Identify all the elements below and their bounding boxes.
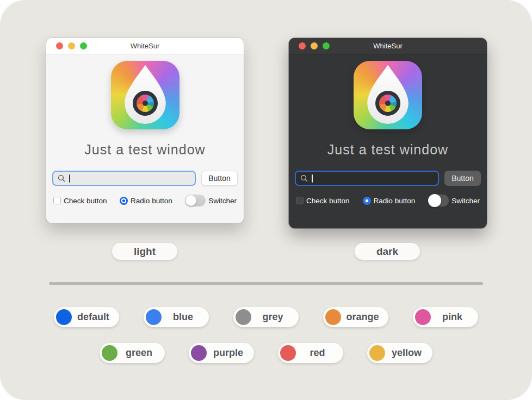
swatch-grey[interactable]: grey (233, 307, 299, 327)
checkbox-label: Check button (64, 197, 107, 205)
window-title: WhiteSur (289, 42, 487, 50)
window-light: WhiteSur Just a test window (46, 38, 244, 223)
swatch-label: blue (166, 311, 200, 323)
color-dot (191, 345, 207, 361)
window-title: WhiteSur (46, 42, 244, 50)
search-icon (300, 174, 308, 182)
caption-dark: dark (355, 243, 420, 260)
theme-preview-canvas: WhiteSur Just a test window (0, 0, 532, 400)
divider (49, 282, 483, 285)
color-dot (102, 345, 117, 361)
window-body-dark: Just a test window Button Check button (289, 54, 487, 207)
switch-control: Switcher (428, 195, 480, 207)
text-cursor (312, 174, 313, 183)
swatch-orange[interactable]: orange (323, 307, 388, 327)
radio-label: Radio button (374, 197, 416, 205)
swatch-row-1: default blue grey orange pink (0, 307, 532, 327)
color-wheel-icon (133, 91, 158, 116)
entry-row: Button (295, 171, 481, 186)
switch-label: Switcher (451, 197, 480, 205)
controls-row: Check button Radio button Switcher (52, 195, 238, 207)
swatch-row-2: green purple red yellow (0, 343, 532, 363)
entry-row: Button (52, 171, 238, 186)
swatch-label: red (300, 347, 335, 359)
swatch-yellow[interactable]: yellow (367, 343, 432, 363)
window-heading: Just a test window (84, 142, 205, 158)
titlebar-light: WhiteSur (46, 38, 244, 54)
radio-control: Radio button (120, 197, 172, 205)
radio-control: Radio button (363, 197, 416, 205)
app-icon (111, 61, 180, 129)
color-dot (146, 309, 162, 325)
swatch-purple[interactable]: purple (189, 343, 254, 363)
swatch-label: purple (211, 347, 245, 359)
radio-label: Radio button (131, 197, 172, 205)
swatch-red[interactable]: red (278, 343, 343, 363)
window-dark: WhiteSur Just a test window B (289, 38, 487, 228)
search-input[interactable] (295, 171, 439, 186)
swatch-pink[interactable]: pink (413, 307, 478, 327)
color-wheel-icon (375, 91, 400, 116)
swatch-blue[interactable]: blue (144, 307, 209, 327)
check-control: Check button (296, 197, 350, 205)
radio-button[interactable] (120, 197, 128, 205)
switch-label: Switcher (208, 197, 237, 205)
switch-toggle[interactable] (428, 195, 449, 207)
swatch-label: green (122, 347, 156, 359)
switch-knob (428, 194, 441, 207)
switch-knob (185, 195, 196, 206)
search-input[interactable] (52, 171, 196, 186)
app-icon (354, 61, 422, 129)
color-dot (415, 309, 431, 325)
color-dot (56, 309, 72, 325)
radio-button[interactable] (363, 197, 371, 205)
swatch-label: orange (345, 311, 380, 323)
swatch-label: yellow (389, 347, 424, 359)
check-control: Check button (53, 197, 107, 205)
color-dot (280, 345, 296, 361)
switch-toggle[interactable] (185, 195, 206, 207)
switch-control: Switcher (185, 195, 237, 207)
swatch-default[interactable]: default (54, 307, 119, 327)
titlebar-dark: WhiteSur (289, 38, 487, 54)
controls-row: Check button Radio button Switcher (295, 195, 481, 207)
window-body-light: Just a test window Button Check button (46, 54, 244, 207)
search-icon (58, 174, 65, 182)
window-heading: Just a test window (327, 142, 448, 158)
swatch-label: pink (435, 311, 469, 323)
color-dot (369, 345, 385, 361)
swatch-green[interactable]: green (100, 343, 165, 363)
swatch-label: default (76, 311, 110, 323)
color-dot (236, 309, 251, 325)
caption-light: light (112, 243, 177, 260)
checkbox[interactable] (296, 197, 304, 204)
checkbox-label: Check button (306, 197, 350, 205)
text-cursor (69, 174, 70, 183)
test-button[interactable]: Button (444, 171, 481, 186)
swatch-label: grey (256, 311, 290, 323)
checkbox[interactable] (53, 197, 61, 204)
test-button[interactable]: Button (201, 171, 238, 186)
color-dot (325, 309, 341, 325)
